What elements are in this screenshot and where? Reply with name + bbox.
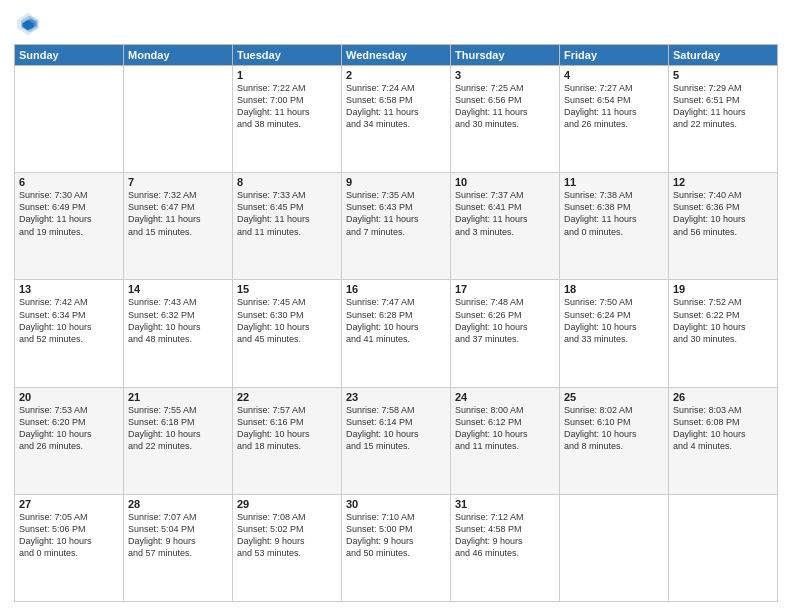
- day-info: Sunrise: 7:43 AM Sunset: 6:32 PM Dayligh…: [128, 296, 228, 345]
- day-number: 16: [346, 283, 446, 295]
- week-row-0: 1Sunrise: 7:22 AM Sunset: 7:00 PM Daylig…: [15, 66, 778, 173]
- day-cell: 13Sunrise: 7:42 AM Sunset: 6:34 PM Dayli…: [15, 280, 124, 387]
- day-number: 30: [346, 498, 446, 510]
- day-info: Sunrise: 7:08 AM Sunset: 5:02 PM Dayligh…: [237, 511, 337, 560]
- day-number: 4: [564, 69, 664, 81]
- day-number: 24: [455, 391, 555, 403]
- day-cell: 24Sunrise: 8:00 AM Sunset: 6:12 PM Dayli…: [451, 387, 560, 494]
- day-cell: 17Sunrise: 7:48 AM Sunset: 6:26 PM Dayli…: [451, 280, 560, 387]
- day-number: 17: [455, 283, 555, 295]
- day-cell: 16Sunrise: 7:47 AM Sunset: 6:28 PM Dayli…: [342, 280, 451, 387]
- day-info: Sunrise: 7:07 AM Sunset: 5:04 PM Dayligh…: [128, 511, 228, 560]
- day-number: 20: [19, 391, 119, 403]
- day-cell: [669, 494, 778, 601]
- day-info: Sunrise: 7:22 AM Sunset: 7:00 PM Dayligh…: [237, 82, 337, 131]
- weekday-header-monday: Monday: [124, 45, 233, 66]
- day-cell: 26Sunrise: 8:03 AM Sunset: 6:08 PM Dayli…: [669, 387, 778, 494]
- day-number: 12: [673, 176, 773, 188]
- day-info: Sunrise: 7:25 AM Sunset: 6:56 PM Dayligh…: [455, 82, 555, 131]
- day-number: 15: [237, 283, 337, 295]
- day-info: Sunrise: 7:32 AM Sunset: 6:47 PM Dayligh…: [128, 189, 228, 238]
- day-cell: 27Sunrise: 7:05 AM Sunset: 5:06 PM Dayli…: [15, 494, 124, 601]
- day-info: Sunrise: 7:37 AM Sunset: 6:41 PM Dayligh…: [455, 189, 555, 238]
- weekday-header-tuesday: Tuesday: [233, 45, 342, 66]
- day-info: Sunrise: 7:29 AM Sunset: 6:51 PM Dayligh…: [673, 82, 773, 131]
- day-cell: 3Sunrise: 7:25 AM Sunset: 6:56 PM Daylig…: [451, 66, 560, 173]
- day-info: Sunrise: 8:03 AM Sunset: 6:08 PM Dayligh…: [673, 404, 773, 453]
- day-number: 27: [19, 498, 119, 510]
- week-row-3: 20Sunrise: 7:53 AM Sunset: 6:20 PM Dayli…: [15, 387, 778, 494]
- week-row-2: 13Sunrise: 7:42 AM Sunset: 6:34 PM Dayli…: [15, 280, 778, 387]
- day-number: 14: [128, 283, 228, 295]
- day-cell: 14Sunrise: 7:43 AM Sunset: 6:32 PM Dayli…: [124, 280, 233, 387]
- day-number: 11: [564, 176, 664, 188]
- day-info: Sunrise: 7:33 AM Sunset: 6:45 PM Dayligh…: [237, 189, 337, 238]
- day-cell: 25Sunrise: 8:02 AM Sunset: 6:10 PM Dayli…: [560, 387, 669, 494]
- day-info: Sunrise: 8:02 AM Sunset: 6:10 PM Dayligh…: [564, 404, 664, 453]
- day-info: Sunrise: 7:05 AM Sunset: 5:06 PM Dayligh…: [19, 511, 119, 560]
- page: SundayMondayTuesdayWednesdayThursdayFrid…: [0, 0, 792, 612]
- weekday-header-thursday: Thursday: [451, 45, 560, 66]
- day-cell: 19Sunrise: 7:52 AM Sunset: 6:22 PM Dayli…: [669, 280, 778, 387]
- day-number: 21: [128, 391, 228, 403]
- day-info: Sunrise: 8:00 AM Sunset: 6:12 PM Dayligh…: [455, 404, 555, 453]
- day-number: 31: [455, 498, 555, 510]
- day-number: 26: [673, 391, 773, 403]
- day-cell: 11Sunrise: 7:38 AM Sunset: 6:38 PM Dayli…: [560, 173, 669, 280]
- day-info: Sunrise: 7:55 AM Sunset: 6:18 PM Dayligh…: [128, 404, 228, 453]
- day-number: 10: [455, 176, 555, 188]
- day-cell: 7Sunrise: 7:32 AM Sunset: 6:47 PM Daylig…: [124, 173, 233, 280]
- day-cell: [15, 66, 124, 173]
- week-row-4: 27Sunrise: 7:05 AM Sunset: 5:06 PM Dayli…: [15, 494, 778, 601]
- day-cell: 20Sunrise: 7:53 AM Sunset: 6:20 PM Dayli…: [15, 387, 124, 494]
- weekday-header-row: SundayMondayTuesdayWednesdayThursdayFrid…: [15, 45, 778, 66]
- day-cell: 30Sunrise: 7:10 AM Sunset: 5:00 PM Dayli…: [342, 494, 451, 601]
- day-number: 25: [564, 391, 664, 403]
- day-info: Sunrise: 7:27 AM Sunset: 6:54 PM Dayligh…: [564, 82, 664, 131]
- day-cell: 6Sunrise: 7:30 AM Sunset: 6:49 PM Daylig…: [15, 173, 124, 280]
- week-row-1: 6Sunrise: 7:30 AM Sunset: 6:49 PM Daylig…: [15, 173, 778, 280]
- day-number: 9: [346, 176, 446, 188]
- logo-icon: [14, 10, 42, 38]
- day-cell: 31Sunrise: 7:12 AM Sunset: 4:58 PM Dayli…: [451, 494, 560, 601]
- day-number: 8: [237, 176, 337, 188]
- day-cell: 1Sunrise: 7:22 AM Sunset: 7:00 PM Daylig…: [233, 66, 342, 173]
- day-cell: 22Sunrise: 7:57 AM Sunset: 6:16 PM Dayli…: [233, 387, 342, 494]
- day-cell: 28Sunrise: 7:07 AM Sunset: 5:04 PM Dayli…: [124, 494, 233, 601]
- day-info: Sunrise: 7:24 AM Sunset: 6:58 PM Dayligh…: [346, 82, 446, 131]
- day-info: Sunrise: 7:40 AM Sunset: 6:36 PM Dayligh…: [673, 189, 773, 238]
- day-info: Sunrise: 7:30 AM Sunset: 6:49 PM Dayligh…: [19, 189, 119, 238]
- day-cell: 18Sunrise: 7:50 AM Sunset: 6:24 PM Dayli…: [560, 280, 669, 387]
- day-cell: 9Sunrise: 7:35 AM Sunset: 6:43 PM Daylig…: [342, 173, 451, 280]
- day-number: 3: [455, 69, 555, 81]
- day-info: Sunrise: 7:50 AM Sunset: 6:24 PM Dayligh…: [564, 296, 664, 345]
- day-number: 5: [673, 69, 773, 81]
- day-number: 6: [19, 176, 119, 188]
- weekday-header-wednesday: Wednesday: [342, 45, 451, 66]
- day-info: Sunrise: 7:35 AM Sunset: 6:43 PM Dayligh…: [346, 189, 446, 238]
- day-cell: 21Sunrise: 7:55 AM Sunset: 6:18 PM Dayli…: [124, 387, 233, 494]
- day-info: Sunrise: 7:53 AM Sunset: 6:20 PM Dayligh…: [19, 404, 119, 453]
- day-number: 22: [237, 391, 337, 403]
- day-cell: 2Sunrise: 7:24 AM Sunset: 6:58 PM Daylig…: [342, 66, 451, 173]
- day-cell: 23Sunrise: 7:58 AM Sunset: 6:14 PM Dayli…: [342, 387, 451, 494]
- header: [14, 10, 778, 38]
- calendar: SundayMondayTuesdayWednesdayThursdayFrid…: [14, 44, 778, 602]
- day-number: 19: [673, 283, 773, 295]
- day-cell: 4Sunrise: 7:27 AM Sunset: 6:54 PM Daylig…: [560, 66, 669, 173]
- weekday-header-sunday: Sunday: [15, 45, 124, 66]
- day-cell: 15Sunrise: 7:45 AM Sunset: 6:30 PM Dayli…: [233, 280, 342, 387]
- day-number: 2: [346, 69, 446, 81]
- day-cell: [124, 66, 233, 173]
- day-info: Sunrise: 7:58 AM Sunset: 6:14 PM Dayligh…: [346, 404, 446, 453]
- day-number: 23: [346, 391, 446, 403]
- day-info: Sunrise: 7:38 AM Sunset: 6:38 PM Dayligh…: [564, 189, 664, 238]
- logo: [14, 10, 46, 38]
- day-cell: 8Sunrise: 7:33 AM Sunset: 6:45 PM Daylig…: [233, 173, 342, 280]
- day-info: Sunrise: 7:47 AM Sunset: 6:28 PM Dayligh…: [346, 296, 446, 345]
- day-cell: 10Sunrise: 7:37 AM Sunset: 6:41 PM Dayli…: [451, 173, 560, 280]
- day-cell: 5Sunrise: 7:29 AM Sunset: 6:51 PM Daylig…: [669, 66, 778, 173]
- day-cell: 29Sunrise: 7:08 AM Sunset: 5:02 PM Dayli…: [233, 494, 342, 601]
- weekday-header-friday: Friday: [560, 45, 669, 66]
- day-cell: 12Sunrise: 7:40 AM Sunset: 6:36 PM Dayli…: [669, 173, 778, 280]
